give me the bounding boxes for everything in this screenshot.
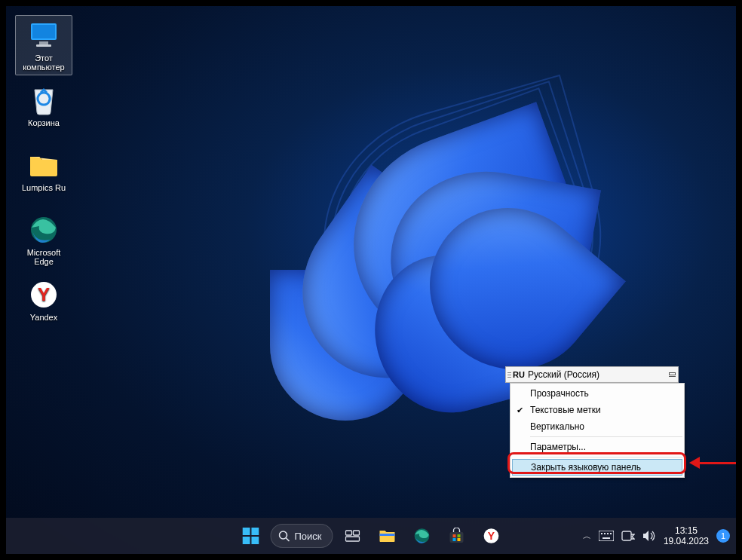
- annotation-arrow: [689, 459, 736, 467]
- desktop[interactable]: Этот компьютер Корзина Lumpics Ru Micros…: [6, 6, 736, 554]
- check-icon: ✔: [517, 405, 523, 415]
- svg-line-12: [286, 538, 289, 541]
- start-button[interactable]: [235, 521, 265, 551]
- menu-item-options[interactable]: Параметры...: [512, 439, 682, 455]
- svg-rect-27: [604, 533, 606, 534]
- svg-rect-8: [251, 528, 259, 535]
- desktop-icon-recycle-bin[interactable]: Корзина: [15, 80, 72, 140]
- taskbar-app-edge[interactable]: [407, 521, 437, 551]
- folder-icon: [29, 150, 59, 180]
- svg-rect-16: [380, 534, 395, 536]
- volume-icon[interactable]: [642, 530, 656, 542]
- yandex-icon: Y: [483, 528, 500, 544]
- svg-rect-18: [450, 532, 464, 543]
- svg-rect-20: [458, 534, 461, 537]
- svg-rect-10: [251, 537, 259, 544]
- menu-separator: [530, 436, 682, 437]
- menu-label: Текстовые метки: [530, 405, 601, 415]
- search-label: Поиск: [294, 531, 321, 542]
- menu-separator: [530, 457, 682, 457]
- screenshot-frame: Этот компьютер Корзина Lumpics Ru Micros…: [0, 0, 742, 560]
- desktop-icon-folder[interactable]: Lumpics Ru: [15, 145, 72, 205]
- taskbar-center: Поиск Y: [235, 521, 506, 551]
- language-name[interactable]: Русский (Россия): [528, 369, 666, 380]
- task-view-icon: [345, 528, 360, 543]
- taskbar: Поиск Y ︿: [6, 518, 736, 554]
- desktop-icon-this-pc[interactable]: Этот компьютер: [15, 15, 72, 75]
- network-icon[interactable]: [621, 531, 635, 541]
- svg-rect-15: [346, 537, 360, 541]
- tray-overflow-button[interactable]: ︿: [583, 531, 591, 542]
- icon-label: Корзина: [28, 118, 60, 127]
- language-code[interactable]: RU: [513, 370, 525, 379]
- desktop-icons: Этот компьютер Корзина Lumpics Ru Micros…: [15, 15, 75, 339]
- store-icon: [449, 528, 465, 544]
- clock[interactable]: 13:15 19.04.2023: [664, 525, 709, 546]
- svg-rect-22: [458, 538, 461, 541]
- yandex-icon: Y: [29, 280, 59, 310]
- options-icon[interactable]: [666, 372, 678, 377]
- system-tray: ︿ 13:15 19.04.2023 1: [583, 525, 730, 546]
- search-box[interactable]: Поиск: [270, 524, 333, 548]
- edge-icon: [414, 528, 431, 544]
- notification-count: 1: [721, 531, 725, 540]
- notification-badge[interactable]: 1: [716, 529, 730, 543]
- svg-rect-29: [610, 533, 612, 534]
- svg-rect-3: [36, 44, 51, 47]
- icon-label: Lumpics Ru: [22, 183, 66, 192]
- svg-text:Y: Y: [38, 284, 50, 304]
- desktop-icon-edge[interactable]: Microsoft Edge: [15, 210, 72, 270]
- language-bar-context-menu: Прозрачность ✔ Текстовые метки Вертикаль…: [510, 383, 685, 478]
- svg-rect-25: [599, 531, 614, 541]
- svg-rect-13: [346, 531, 352, 535]
- menu-item-transparency[interactable]: Прозрачность: [512, 385, 682, 402]
- svg-rect-30: [602, 537, 610, 539]
- svg-rect-14: [354, 531, 360, 535]
- desktop-icon-yandex[interactable]: Y Yandex: [15, 274, 72, 335]
- windows-icon: [242, 528, 259, 544]
- file-explorer-icon: [379, 528, 396, 543]
- svg-rect-28: [607, 533, 609, 534]
- svg-rect-1: [32, 25, 55, 38]
- task-view-button[interactable]: [338, 521, 368, 551]
- menu-label: Параметры...: [530, 442, 586, 452]
- icon-label: Yandex: [30, 313, 58, 322]
- taskbar-app-explorer[interactable]: [373, 521, 403, 551]
- svg-rect-7: [242, 528, 250, 535]
- date-label: 19.04.2023: [664, 536, 709, 546]
- search-icon: [278, 531, 290, 542]
- svg-rect-19: [453, 534, 456, 537]
- keyboard-icon[interactable]: [599, 531, 614, 541]
- taskbar-app-store[interactable]: [442, 521, 472, 551]
- svg-rect-31: [622, 531, 631, 540]
- svg-rect-9: [242, 537, 250, 544]
- menu-item-close-language-bar[interactable]: Закрыть языковую панель: [512, 459, 682, 476]
- recycle-bin-icon: [29, 85, 59, 115]
- svg-text:Y: Y: [488, 530, 495, 542]
- time-label: 13:15: [664, 525, 709, 536]
- language-bar[interactable]: RU Русский (Россия): [505, 366, 679, 383]
- menu-label: Вертикально: [530, 421, 584, 432]
- monitor-icon: [29, 20, 59, 50]
- svg-point-11: [279, 531, 287, 539]
- taskbar-app-yandex[interactable]: Y: [477, 521, 507, 551]
- grip-icon[interactable]: [506, 367, 513, 382]
- icon-label: Этот компьютер: [23, 54, 64, 72]
- edge-icon: [29, 215, 59, 245]
- svg-rect-21: [453, 538, 456, 541]
- svg-rect-2: [39, 41, 48, 44]
- menu-item-text-labels[interactable]: ✔ Текстовые метки: [512, 402, 682, 418]
- menu-label: Прозрачность: [530, 388, 589, 399]
- svg-rect-26: [601, 533, 602, 534]
- menu-label: Закрыть языковую панель: [531, 462, 641, 473]
- icon-label: Microsoft Edge: [27, 248, 61, 266]
- menu-item-vertical[interactable]: Вертикально: [512, 418, 682, 435]
